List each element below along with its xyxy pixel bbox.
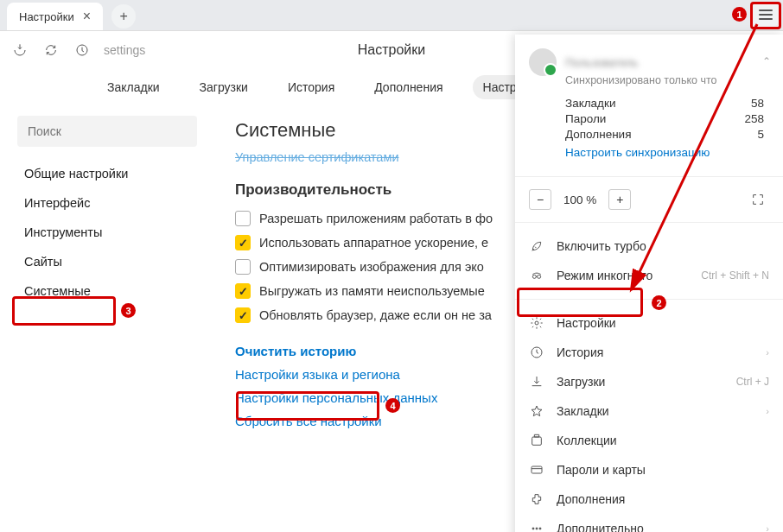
svg-point-3 <box>535 321 538 325</box>
zoom-in-button[interactable]: + <box>608 189 631 210</box>
svg-point-1 <box>532 275 536 278</box>
sync-stats: Закладки58 Пароли258 Дополнения5 <box>565 97 769 141</box>
separator <box>515 176 783 177</box>
menu-downloads[interactable]: ЗагрузкиCtrl + J <box>515 367 783 396</box>
puzzle-icon <box>529 491 544 507</box>
chevron-right-icon: › <box>766 523 769 532</box>
checkbox-icon[interactable] <box>235 235 251 250</box>
rocket-icon <box>529 238 544 254</box>
separator <box>515 222 783 223</box>
search-input[interactable] <box>28 124 187 138</box>
svg-point-8 <box>536 528 538 529</box>
menu-more[interactable]: Дополнительно› <box>515 514 783 532</box>
sidebar: Общие настройки Интерфейс Инструменты Са… <box>0 105 214 532</box>
clock-icon <box>529 345 544 360</box>
tab-title: Настройки <box>19 10 74 23</box>
svg-point-9 <box>539 528 541 529</box>
avatar-icon <box>529 48 557 76</box>
home-button[interactable] <box>10 41 29 60</box>
zoom-controls: − 100 % + <box>515 186 783 213</box>
search-box[interactable] <box>17 116 197 147</box>
download-icon <box>529 374 544 390</box>
chevron-right-icon: › <box>766 406 769 416</box>
zoom-out-button[interactable]: − <box>529 189 551 210</box>
page-title: Настройки <box>358 42 425 58</box>
nav-bookmarks[interactable]: Закладки <box>97 75 170 99</box>
menu-settings[interactable]: Настройки <box>515 308 783 338</box>
svg-rect-6 <box>532 466 542 473</box>
svg-point-7 <box>532 528 534 529</box>
sidebar-item-tools[interactable]: Инструменты <box>17 218 197 247</box>
chevron-up-icon[interactable]: ⌃ <box>762 55 771 67</box>
tab-bar: Настройки × + <box>0 0 783 31</box>
checkbox-icon[interactable] <box>235 283 251 299</box>
main-menu-panel: Пользователь Синхронизировано только что… <box>515 35 783 532</box>
close-tab-icon[interactable]: × <box>83 10 91 23</box>
checkbox-icon[interactable] <box>235 211 251 226</box>
site-icon[interactable] <box>73 41 92 60</box>
sidebar-item-system[interactable]: Системные <box>17 276 197 306</box>
menu-incognito[interactable]: Режим инкогнитоCtrl + Shift + N <box>515 261 783 290</box>
checkbox-icon[interactable] <box>235 307 251 323</box>
menu-bookmarks[interactable]: Закладки› <box>515 396 783 426</box>
separator <box>515 299 783 300</box>
menu-turbo[interactable]: Включить турбо <box>515 231 783 261</box>
svg-point-2 <box>538 275 541 278</box>
new-tab-button[interactable]: + <box>111 4 136 28</box>
browser-tab[interactable]: Настройки × <box>7 3 103 30</box>
reload-button[interactable] <box>41 41 60 60</box>
zoom-value: 100 % <box>557 193 603 206</box>
sync-status: Синхронизировано только что <box>565 74 769 86</box>
nav-history[interactable]: История <box>277 75 345 99</box>
sidebar-item-sites[interactable]: Сайты <box>17 247 197 276</box>
collection-icon <box>529 433 544 448</box>
sidebar-item-interface[interactable]: Интерфейс <box>17 188 197 218</box>
svg-rect-5 <box>532 437 542 445</box>
gear-icon <box>529 315 544 331</box>
card-icon <box>529 462 544 478</box>
address-text[interactable]: settings <box>104 43 145 57</box>
star-icon <box>529 403 544 419</box>
menu-passwords[interactable]: Пароли и карты <box>515 455 783 484</box>
menu-button[interactable] <box>754 3 778 26</box>
menu-collections[interactable]: Коллекции <box>515 426 783 455</box>
menu-history[interactable]: История› <box>515 338 783 367</box>
checkbox-icon[interactable] <box>235 259 251 275</box>
hamburger-icon <box>759 9 773 21</box>
sidebar-item-general[interactable]: Общие настройки <box>17 159 197 188</box>
nav-addons[interactable]: Дополнения <box>364 75 453 99</box>
sync-block[interactable]: Пользователь Синхронизировано только что… <box>515 43 783 168</box>
nav-downloads[interactable]: Загрузки <box>189 75 258 99</box>
sync-configure-link[interactable]: Настроить синхронизацию <box>565 146 769 159</box>
fullscreen-button[interactable] <box>747 189 769 210</box>
menu-addons[interactable]: Дополнения <box>515 484 783 514</box>
chevron-right-icon: › <box>766 347 769 358</box>
profile-name: Пользователь <box>565 56 638 69</box>
dots-icon <box>529 521 544 532</box>
mask-icon <box>529 268 544 283</box>
